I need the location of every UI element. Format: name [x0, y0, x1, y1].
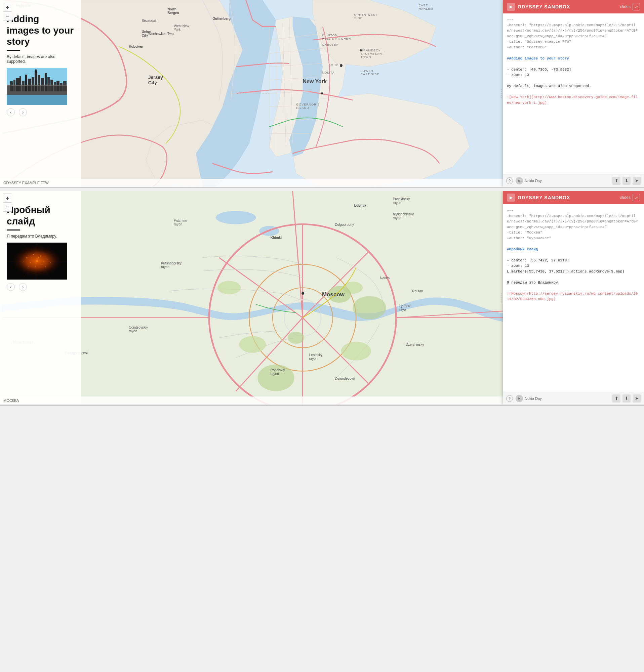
editor-play-icon[interactable]: ▶ [507, 3, 515, 11]
editor-footer-moscow: ? N Nokia Day ⬆ ⬇ ➤ [503, 392, 644, 405]
svg-rect-18 [35, 71, 37, 92]
download-button[interactable]: ⬇ [622, 177, 631, 185]
moscow-lights-svg [7, 243, 67, 279]
zoom-out-button[interactable]: − [3, 12, 12, 21]
svg-rect-19 [35, 70, 37, 73]
svg-rect-26 [54, 82, 56, 92]
editor-panel-moscow: ▶ ODYSSEY SANDBOX slides ⤢ --- -baseurl:… [503, 191, 644, 405]
help-button[interactable]: ? [506, 177, 513, 184]
editor-header-right-moscow: slides ⤢ [620, 194, 640, 201]
zoom-controls-nyc: + − [3, 3, 12, 21]
footer-actions-moscow: ⬆ ⬇ ➤ [612, 395, 641, 403]
zoom-in-button[interactable]: + [3, 3, 12, 12]
prev-slide-button-moscow[interactable]: ‹ [7, 283, 15, 291]
screen-nyc: Relleville NorthArlington NorthBergen Gu… [0, 0, 644, 188]
upload-button-moscow[interactable]: ⬆ [612, 395, 620, 403]
editor-header-nyc: ▶ ODYSSEY SANDBOX slides ⤢ [503, 0, 644, 13]
svg-point-39 [239, 336, 266, 353]
next-slide-button[interactable]: › [19, 108, 27, 116]
svg-point-34 [216, 211, 256, 225]
screen-moscow: Lobnya Pushkinskyrayon Dolgoprudny Mytis… [0, 191, 644, 406]
editor-title: ODYSSEY SANDBOX [517, 4, 570, 9]
svg-rect-14 [22, 81, 25, 92]
story-divider-moscow [7, 229, 20, 230]
next-slide-button-moscow[interactable]: › [19, 283, 27, 291]
bottom-left-label: ODYSSEY EXAMPLE FTW [3, 181, 49, 185]
editor-footer-nyc: ? N Nokia Day ⬆ ⬇ ➤ [503, 174, 644, 187]
upload-button[interactable]: ⬆ [612, 177, 620, 185]
story-panel-nyc: Adding images to your story By default, … [0, 0, 81, 187]
editor-body-nyc[interactable]: --- -baseurl: "https://2.maps.nlp.nokia.… [503, 13, 644, 174]
nokia-info: N Nokia Day [516, 177, 610, 184]
svg-rect-10 [10, 81, 13, 92]
editor-header-right: slides ⤢ [620, 3, 640, 10]
expand-button[interactable]: ⤢ [633, 3, 640, 10]
nokia-icon: N [516, 177, 523, 184]
nokia-label: Nokia Day [525, 179, 542, 183]
editor-title-moscow: ODYSSEY SANDBOX [517, 195, 570, 200]
map-marker-2 [360, 49, 362, 51]
story-title-moscow: Пробный слайд [7, 204, 74, 227]
editor-drag-handle[interactable] [500, 0, 503, 187]
editor-header-left: ▶ ODYSSEY SANDBOX [507, 3, 570, 11]
svg-rect-29 [63, 81, 67, 92]
slide-nav-moscow: ‹ › [7, 283, 74, 291]
story-title-nyc: Adding images to your story [7, 13, 74, 47]
nokia-icon-moscow: N [516, 395, 523, 402]
svg-point-60 [32, 257, 32, 258]
share-button[interactable]: ➤ [633, 177, 641, 185]
slides-count-label-moscow: slides [620, 195, 631, 200]
map-marker-1 [340, 64, 343, 67]
svg-point-46 [288, 332, 305, 344]
bottom-left-label-moscow: МОСКВА [3, 398, 19, 403]
share-button-moscow[interactable]: ➤ [633, 395, 641, 403]
footer-actions: ⬆ ⬇ ➤ [612, 177, 641, 185]
svg-point-52 [47, 259, 47, 260]
zoom-in-button-moscow[interactable]: + [3, 194, 12, 203]
download-button-moscow[interactable]: ⬇ [622, 395, 631, 403]
svg-point-53 [30, 262, 31, 263]
svg-rect-28 [60, 83, 62, 92]
svg-point-44 [353, 296, 386, 320]
nokia-info-moscow: N Nokia Day [516, 395, 610, 402]
story-desc-nyc: By default, images are also supported. [7, 55, 74, 64]
expand-button-moscow[interactable]: ⤢ [633, 194, 640, 201]
story-divider-nyc [7, 50, 20, 51]
svg-point-42 [341, 342, 371, 361]
svg-rect-30 [7, 85, 67, 86]
map-marker-3 [321, 93, 323, 94]
story-image-moscow [7, 243, 67, 279]
svg-rect-24 [47, 77, 50, 92]
editor-drag-handle-moscow[interactable] [500, 191, 503, 405]
story-image-nyc [7, 68, 67, 105]
editor-panel-nyc: ▶ ODYSSEY SANDBOX slides ⤢ --- -baseurl:… [503, 0, 644, 187]
svg-point-45 [258, 364, 294, 392]
svg-point-63 [45, 266, 46, 267]
svg-rect-17 [32, 77, 34, 92]
svg-rect-15 [25, 75, 27, 92]
story-desc-moscow: Я передам это Владимиру. [7, 234, 74, 239]
svg-point-59 [50, 262, 51, 263]
slides-count-label: slides [620, 4, 631, 9]
prev-slide-button[interactable]: ‹ [7, 108, 15, 116]
editor-header-moscow: ▶ ODYSSEY SANDBOX slides ⤢ [503, 191, 644, 204]
zoom-controls-moscow: + − [3, 193, 12, 212]
svg-point-62 [28, 266, 29, 267]
editor-header-left-moscow: ▶ ODYSSEY SANDBOX [507, 193, 570, 202]
svg-point-61 [38, 257, 39, 259]
slide-nav-nyc: ‹ › [7, 108, 74, 116]
story-panel-moscow: Пробный слайд Я передам это Владимиру. [0, 191, 81, 405]
editor-body-moscow[interactable]: --- -baseurl: "https://2.maps.nlp.nokia.… [503, 204, 644, 392]
nokia-label-moscow: Nokia Day [525, 396, 542, 400]
editor-play-icon-moscow[interactable]: ▶ [507, 193, 515, 202]
map-marker-moscow [301, 292, 304, 295]
svg-rect-20 [38, 75, 40, 92]
zoom-out-button-moscow[interactable]: − [3, 203, 12, 211]
svg-rect-13 [20, 76, 21, 92]
help-button-moscow[interactable]: ? [506, 395, 513, 402]
nyc-skyline-svg [7, 68, 67, 105]
svg-point-50 [33, 254, 34, 255]
svg-point-49 [26, 257, 27, 259]
svg-point-43 [328, 286, 351, 303]
svg-rect-27 [57, 81, 59, 92]
